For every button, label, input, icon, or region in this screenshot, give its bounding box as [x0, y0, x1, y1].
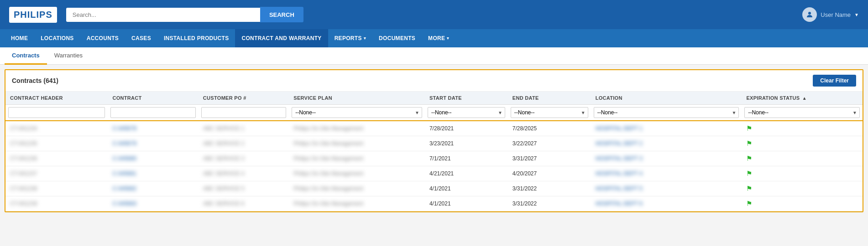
filter-contract-header-input[interactable]: [8, 107, 105, 118]
nav-cases[interactable]: CASES: [125, 29, 157, 47]
cell-contract[interactable]: C-045679: [108, 136, 198, 151]
col-header-service-plan: SERVICE PLAN: [289, 92, 425, 105]
flag-icon: ⚑: [746, 200, 752, 207]
cell-end-date: 3/22/2027: [508, 136, 591, 151]
cell-contract-header: CT-001236: [5, 151, 108, 166]
table-row: CT-001238 C-045682 ABC SERVICE 5 Philips…: [5, 181, 863, 196]
contracts-header: Contracts (641) Clear Filter: [5, 70, 863, 92]
search-bar: SEARCH: [66, 7, 303, 22]
cell-service-plan: Philips On-Site Management: [289, 136, 425, 151]
cell-contract[interactable]: C-045683: [108, 196, 198, 211]
top-nav: PHILIPS SEARCH User Name ▼: [0, 0, 868, 29]
more-dropdown-icon: ▾: [447, 36, 449, 41]
table-column-headers: CONTRACT HEADER CONTRACT CUSTOMER PO # S…: [5, 92, 863, 105]
content-area: Contracts (641) Clear Filter CONTRACT HE…: [5, 69, 863, 212]
cell-customer-po: ABC SERVICE 2: [199, 136, 289, 151]
contracts-title: Contracts (641): [12, 77, 58, 84]
cell-start-date: 7/1/2021: [425, 151, 508, 166]
logo-text: PHILIPS: [14, 10, 52, 20]
col-header-end-date: END DATE: [508, 92, 591, 105]
cell-contract[interactable]: C-045681: [108, 166, 198, 181]
filter-customer-po-input[interactable]: [201, 107, 286, 118]
user-area[interactable]: User Name ▼: [802, 7, 859, 22]
cell-expiration-status: ⚑: [742, 196, 863, 211]
cell-location[interactable]: HOSPITAL DEPT 1: [591, 121, 742, 136]
cell-start-date: 7/28/2021: [425, 121, 508, 136]
cell-location[interactable]: HOSPITAL DEPT 4: [591, 166, 742, 181]
flag-icon: ⚑: [746, 169, 752, 177]
table-row: CT-001236 C-045680 ABC SERVICE 3 Philips…: [5, 151, 863, 166]
user-name: User Name: [821, 11, 851, 18]
filter-service-plan-select[interactable]: --None--: [292, 107, 422, 118]
cell-customer-po: ABC SERVICE 5: [199, 181, 289, 196]
search-button[interactable]: SEARCH: [260, 7, 303, 22]
cell-expiration-status: ⚑: [742, 136, 863, 151]
cell-contract[interactable]: C-045682: [108, 181, 198, 196]
table-row: CT-001239 C-045683 ABC SERVICE 6 Philips…: [5, 196, 863, 211]
cell-end-date: 3/31/2022: [508, 196, 591, 211]
col-header-contract: CONTRACT: [108, 92, 198, 105]
flag-icon: ⚑: [746, 124, 752, 132]
clear-filter-button[interactable]: Clear Filter: [813, 75, 856, 87]
nav-home[interactable]: HOME: [5, 29, 34, 47]
filter-location-select[interactable]: --None--: [594, 107, 739, 118]
cell-end-date: 7/28/2025: [508, 121, 591, 136]
filter-end-date-select[interactable]: --None--: [511, 107, 588, 118]
tab-contracts[interactable]: Contracts: [5, 47, 47, 65]
filter-contract-input[interactable]: [110, 107, 195, 118]
cell-customer-po: ABC SERVICE 6: [199, 196, 289, 211]
cell-location[interactable]: HOSPITAL DEPT 2: [591, 136, 742, 151]
cell-service-plan: Philips On-Site Management: [289, 151, 425, 166]
table-row: CT-001234 C-045678 ABC SERVICE 1 Philips…: [5, 121, 863, 136]
cell-expiration-status: ⚑: [742, 166, 863, 181]
cell-contract-header: CT-001238: [5, 181, 108, 196]
nav-reports[interactable]: REPORTS ▾: [328, 29, 372, 47]
search-input[interactable]: [66, 8, 260, 22]
col-header-location: LOCATION: [591, 92, 742, 105]
contracts-table: CONTRACT HEADER CONTRACT CUSTOMER PO # S…: [5, 92, 863, 211]
filter-row: --None-- ▼ --None-- ▼: [5, 105, 863, 121]
cell-service-plan: Philips On-Site Management: [289, 166, 425, 181]
cell-location[interactable]: HOSPITAL DEPT 3: [591, 151, 742, 166]
flag-icon: ⚑: [746, 139, 752, 147]
cell-service-plan: Philips On-Site Management: [289, 181, 425, 196]
cell-contract[interactable]: C-045678: [108, 121, 198, 136]
cell-start-date: 4/21/2021: [425, 166, 508, 181]
cell-contract[interactable]: C-045680: [108, 151, 198, 166]
nav-contract-warranty[interactable]: CONTRACT AND WARRANTY: [235, 29, 328, 47]
cell-end-date: 4/20/2027: [508, 166, 591, 181]
table-body: CT-001234 C-045678 ABC SERVICE 1 Philips…: [5, 121, 863, 211]
nav-installed-products[interactable]: INSTALLED PRODUCTS: [157, 29, 235, 47]
main-nav: HOME LOCATIONS ACCOUNTS CASES INSTALLED …: [0, 29, 868, 47]
filter-expiration-status-select[interactable]: --None--: [744, 107, 860, 118]
cell-customer-po: ABC SERVICE 3: [199, 151, 289, 166]
cell-customer-po: ABC SERVICE 1: [199, 121, 289, 136]
nav-locations[interactable]: LOCATIONS: [34, 29, 80, 47]
filter-customer-po: [199, 105, 289, 121]
filter-start-date-select[interactable]: --None--: [428, 107, 505, 118]
cell-contract-header: CT-001234: [5, 121, 108, 136]
nav-documents[interactable]: DOCUMENTS: [372, 29, 422, 47]
nav-more[interactable]: MORE ▾: [422, 29, 456, 47]
filter-end-date: --None-- ▼: [508, 105, 591, 121]
cell-start-date: 4/1/2021: [425, 196, 508, 211]
cell-start-date: 4/1/2021: [425, 181, 508, 196]
tabs-bar: Contracts Warranties: [0, 47, 868, 65]
avatar: [802, 7, 817, 22]
col-header-start-date: START DATE: [425, 92, 508, 105]
tab-warranties[interactable]: Warranties: [47, 47, 90, 65]
cell-end-date: 3/31/2027: [508, 151, 591, 166]
cell-location[interactable]: HOSPITAL DEPT 6: [591, 196, 742, 211]
cell-contract-header: CT-001237: [5, 166, 108, 181]
logo: PHILIPS: [9, 7, 57, 23]
svg-point-0: [808, 12, 811, 15]
nav-accounts[interactable]: ACCOUNTS: [80, 29, 125, 47]
cell-location[interactable]: HOSPITAL DEPT 5: [591, 181, 742, 196]
chevron-down-icon: ▼: [854, 12, 859, 17]
cell-expiration-status: ⚑: [742, 121, 863, 136]
cell-end-date: 3/31/2022: [508, 181, 591, 196]
table-row: CT-001235 C-045679 ABC SERVICE 2 Philips…: [5, 136, 863, 151]
filter-contract-header: [5, 105, 108, 121]
filter-service-plan: --None-- ▼: [289, 105, 425, 121]
cell-contract-header: CT-001239: [5, 196, 108, 211]
